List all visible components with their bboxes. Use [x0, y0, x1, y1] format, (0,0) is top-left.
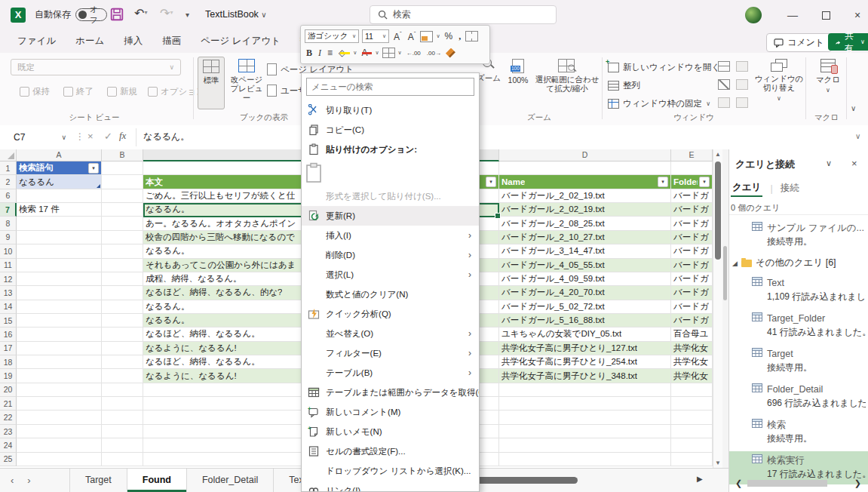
panel-vertical-scrollbar[interactable] [722, 149, 728, 468]
panel-scroll-right-icon[interactable]: ❯ [854, 478, 861, 488]
cell-A13[interactable] [17, 286, 102, 300]
cell-A12[interactable] [17, 272, 102, 286]
sheet-tab-Target[interactable]: Target [69, 469, 127, 492]
menu-item-切り取り(T)[interactable]: 切り取り(T) [302, 100, 479, 120]
autosave-toggle[interactable]: 自動保存 オフ [35, 8, 107, 21]
cell-A6[interactable] [17, 189, 102, 203]
cell-D14[interactable]: バードガール_5_02_72.txt [499, 300, 671, 314]
cell-D23[interactable] [499, 425, 671, 438]
row-header-15[interactable]: 15 [0, 314, 17, 327]
filter-button-icon[interactable]: ▾ [88, 163, 99, 174]
cell-A18[interactable] [17, 355, 102, 369]
number-format-icon[interactable] [420, 31, 433, 42]
zoom-to-selection-button[interactable]: 選択範囲に合わせて拡大/縮小 [534, 57, 600, 108]
cell-A10[interactable] [17, 244, 102, 258]
cell-D11[interactable]: バードガール_4_05_55.txt [499, 259, 671, 272]
merge-center-icon[interactable] [465, 31, 478, 42]
cell-D19[interactable]: 共学化女子高に男子ひとり_348.txt [499, 369, 671, 383]
share-button[interactable]: 共有 ∨ [828, 33, 868, 51]
cell-A17[interactable] [17, 342, 102, 355]
cell-D6[interactable]: バードガール_2_02_19.txt [499, 189, 671, 203]
menu-item-クイック分析(Q)[interactable]: クイック分析(Q) [302, 304, 479, 324]
menu-item-コピー(C)[interactable]: コピー(C) [302, 120, 479, 140]
cell-B18[interactable] [102, 355, 143, 369]
row-header-1[interactable]: 1 [0, 161, 17, 175]
column-header-E[interactable]: E [671, 149, 713, 161]
cell-E23[interactable] [671, 425, 713, 438]
query-item-Folder_Detail[interactable]: Folder_Detail696 行読み込まれました。 [729, 380, 868, 414]
cell-A15[interactable] [17, 314, 102, 327]
hide-window-icon[interactable] [718, 79, 730, 90]
cell-E8[interactable]: バードガ [671, 217, 713, 230]
cell-A1[interactable]: 検索語句▾ [17, 161, 102, 175]
increase-font-icon[interactable]: Aˆ [392, 30, 403, 42]
cell-E2[interactable]: Folder Pa▾ [671, 175, 713, 189]
cell-B15[interactable] [102, 314, 143, 327]
cell-B11[interactable] [102, 259, 143, 272]
minimize-button[interactable]: — [775, 0, 810, 30]
cell-B12[interactable] [102, 272, 143, 286]
cell-B19[interactable] [102, 369, 143, 383]
cell-B23[interactable] [102, 425, 143, 438]
row-header-21[interactable]: 21 [0, 397, 17, 411]
cell-A24[interactable] [17, 438, 102, 452]
column-header-B[interactable]: B [102, 149, 143, 161]
row-header-14[interactable]: 14 [0, 300, 17, 314]
query-folder-その他のクエリ [6][interactable]: ◢その他のクエリ [6] [729, 254, 868, 272]
row-header-10[interactable]: 10 [0, 244, 17, 258]
page-break-preview-button[interactable]: 改ページ プレビュー [227, 57, 266, 108]
autosave-switch[interactable]: オフ [75, 8, 107, 21]
cell-B14[interactable] [102, 300, 143, 314]
ribbon-tab-描画[interactable]: 描画 [152, 30, 191, 53]
cell-B1[interactable] [102, 161, 143, 175]
cell-A22[interactable] [17, 411, 102, 424]
row-header-19[interactable]: 19 [0, 369, 17, 383]
cell-D10[interactable]: バードガール_3_14_47.txt [499, 244, 671, 258]
borders-caret-icon[interactable]: ∨ [398, 50, 402, 56]
sheet-tab-Folder_Detail[interactable]: Folder_Detail [187, 469, 274, 492]
cell-D22[interactable] [499, 411, 671, 424]
cell-B10[interactable] [102, 244, 143, 258]
cell-D17[interactable]: 共学化女子高に男子ひとり_127.txt [499, 342, 671, 355]
formula-bar-expand-icon[interactable]: ∨ [855, 132, 860, 140]
cell-E22[interactable] [671, 411, 713, 424]
scroll-up-icon[interactable]: ▲ [713, 151, 722, 158]
cell-A9[interactable] [17, 231, 102, 244]
menu-item-テーブルまたは範囲からデータを取得(G)...[interactable]: テーブルまたは範囲からデータを取得(G)... [302, 383, 479, 402]
row-header-7[interactable]: 7 [0, 203, 17, 217]
cell-A11[interactable] [17, 259, 102, 272]
menu-item-削除(D)[interactable]: 削除(D)› [302, 245, 479, 265]
row-header-6[interactable]: 6 [0, 189, 17, 203]
row-header-16[interactable]: 16 [0, 327, 17, 341]
cell-E18[interactable]: 共学化女 [671, 355, 713, 369]
menu-item-貼り付けのオプション:[interactable]: 貼り付けのオプション: [302, 140, 479, 159]
cell-B9[interactable] [102, 231, 143, 244]
row-header-13[interactable]: 13 [0, 286, 17, 300]
percent-style-icon[interactable]: % [443, 31, 455, 42]
horizontal-scroll-thumb[interactable] [475, 477, 578, 484]
collapse-ribbon-icon[interactable]: ∨ [851, 104, 856, 112]
row-header-8[interactable]: 8 [0, 217, 17, 230]
ribbon-tab-ページ レイアウト[interactable]: ページ レイアウト [191, 30, 290, 53]
row-header-18[interactable]: 18 [0, 355, 17, 369]
name-box-resize-icon[interactable]: ⋮ [75, 131, 84, 142]
arrange-all-button[interactable]: 整列 [608, 78, 640, 93]
cell-B6[interactable] [102, 189, 143, 203]
cell-B22[interactable] [102, 411, 143, 424]
freeze-panes-button[interactable]: ウィンドウ枠の固定 ∨ [608, 96, 710, 111]
cell-B20[interactable] [102, 383, 143, 397]
close-button[interactable]: × [840, 0, 868, 30]
row-header-23[interactable]: 23 [0, 425, 17, 438]
cell-D21[interactable] [499, 397, 671, 411]
formula-content[interactable]: なるるん。 [143, 131, 189, 143]
menu-item-セルの書式設定(F)...[interactable]: セルの書式設定(F)... [302, 441, 479, 461]
cell-B21[interactable] [102, 397, 143, 411]
ribbon-tab-挿入[interactable]: 挿入 [114, 30, 152, 53]
cell-A8[interactable] [17, 217, 102, 230]
panel-collapse-icon[interactable]: ∨ [826, 158, 832, 168]
ribbon-tab-ホーム[interactable]: ホーム [66, 30, 114, 53]
cell-E19[interactable]: 共学化女 [671, 369, 713, 383]
cell-A14[interactable] [17, 300, 102, 314]
cell-E13[interactable]: バードガ [671, 286, 713, 300]
cell-E25[interactable] [671, 453, 713, 466]
